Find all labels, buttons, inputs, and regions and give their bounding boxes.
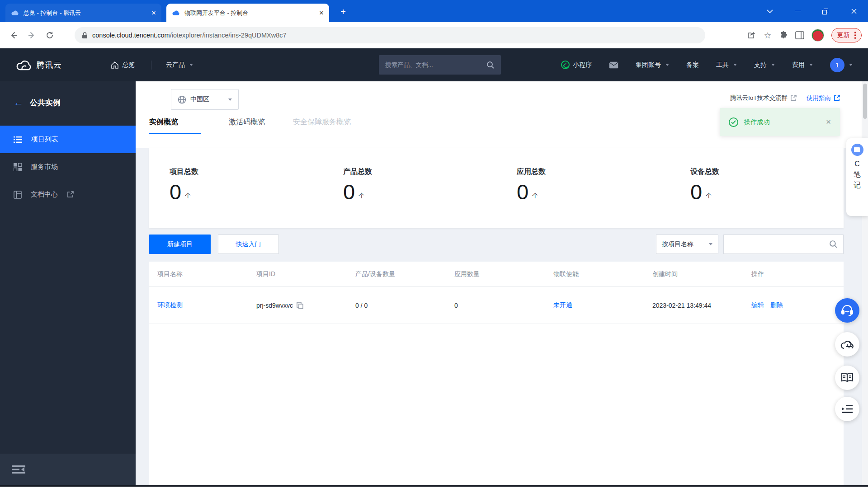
- nav-support[interactable]: 支持: [754, 61, 775, 69]
- feedback-list-button[interactable]: [835, 397, 859, 421]
- open-book-icon: [841, 373, 854, 383]
- filter-dropdown[interactable]: 按项目名称: [656, 235, 718, 254]
- back-icon[interactable]: [9, 31, 18, 40]
- tencent-cloud-logo[interactable]: 腾讯云: [16, 59, 62, 71]
- docs-book-button[interactable]: [835, 366, 859, 390]
- stat-value: 0: [343, 181, 355, 202]
- new-tab-button[interactable]: +: [337, 6, 349, 18]
- chevron-down-icon: [771, 64, 775, 66]
- sidebar-item-label: 项目列表: [31, 135, 58, 144]
- sidebar-footer: [0, 454, 136, 485]
- restore-button[interactable]: [812, 0, 840, 22]
- cnote-extension-widget[interactable]: C 笔 记: [846, 138, 868, 216]
- iot-enable-link[interactable]: 未开通: [553, 301, 572, 309]
- customer-service-button[interactable]: [835, 298, 859, 323]
- browser-menu-icon[interactable]: [854, 32, 856, 39]
- tab-close-icon[interactable]: ×: [151, 9, 156, 17]
- nav-search-input[interactable]: 搜索产品、文档...: [379, 55, 501, 75]
- nav-divider: [151, 61, 151, 70]
- nav-mini-program-label: 小程序: [573, 61, 592, 69]
- browser-menu-chevron-icon[interactable]: [756, 0, 784, 22]
- project-name-link[interactable]: 环境检测: [157, 301, 183, 309]
- browser-tab-overview[interactable]: 总览 - 控制台 - 腾讯云 ×: [5, 4, 161, 22]
- stat-label: 产品总数: [343, 167, 496, 177]
- url-field[interactable]: console.cloud.tencent.com/iotexplorer/in…: [75, 27, 705, 43]
- tab-title: 总览 - 控制台 - 腾讯云: [24, 9, 148, 17]
- region-selector[interactable]: 中国区: [171, 89, 239, 110]
- col-header-id: 项目ID: [248, 270, 347, 278]
- close-window-button[interactable]: [840, 0, 868, 22]
- toast-close-icon[interactable]: ×: [826, 117, 831, 127]
- sidebar-item-project-list[interactable]: 项目列表: [0, 126, 136, 153]
- nav-billing[interactable]: 费用: [792, 61, 813, 69]
- lock-icon: [82, 32, 88, 39]
- nav-beian[interactable]: 备案: [686, 61, 699, 69]
- cnote-char: 笔: [854, 170, 861, 178]
- filter-label: 按项目名称: [662, 240, 704, 249]
- col-header-created: 创建时间: [644, 270, 743, 278]
- sidebar-header: ← 公共实例: [0, 87, 136, 118]
- cnote-char: 记: [854, 181, 861, 189]
- collapse-sidebar-icon[interactable]: [12, 465, 25, 474]
- nav-mini-program[interactable]: 小程序: [561, 61, 592, 69]
- mini-program-icon: [561, 61, 570, 69]
- nav-group-account[interactable]: 集团账号: [636, 61, 669, 69]
- sidebar-panel-icon[interactable]: [795, 31, 804, 39]
- tab-activation-code-overview[interactable]: 激活码概览: [229, 117, 265, 134]
- search-icon[interactable]: [486, 61, 495, 69]
- browser-tab-iot-console[interactable]: 物联网开发平台 - 控制台 ×: [166, 4, 329, 22]
- device-count: 0 / 0: [347, 302, 446, 309]
- main-content: 中国区 腾讯云IoT技术交流群 使用指南 实例概览 激活码概览 安全保障服务概览: [136, 81, 868, 487]
- iot-community-label: 腾讯云IoT技术交流群: [730, 94, 788, 102]
- note-pen-icon: [851, 144, 863, 156]
- nav-beian-label: 备案: [686, 61, 699, 69]
- iot-community-link[interactable]: 腾讯云IoT技术交流群: [730, 94, 797, 102]
- sidebar-item-doc-center[interactable]: 文档中心: [0, 181, 136, 208]
- tab-close-icon[interactable]: ×: [319, 9, 324, 17]
- bookmark-star-icon[interactable]: ☆: [764, 30, 771, 41]
- region-label: 中国区: [190, 95, 223, 103]
- browser-profile-avatar[interactable]: [811, 29, 824, 42]
- new-project-button[interactable]: 新建项目: [149, 235, 211, 254]
- minimize-button[interactable]: [784, 0, 812, 22]
- scrollbar-thumb[interactable]: [863, 84, 867, 119]
- reload-icon[interactable]: [45, 31, 54, 40]
- nav-cloud-products[interactable]: 云产品: [166, 61, 193, 69]
- delete-link[interactable]: 删除: [770, 301, 783, 310]
- back-arrow-icon[interactable]: ←: [14, 98, 24, 108]
- tab-security-service-overview[interactable]: 安全保障服务概览: [293, 117, 351, 134]
- tab-instance-overview[interactable]: 实例概览: [149, 117, 201, 134]
- sidebar-item-label: 服务市场: [31, 163, 58, 171]
- table-header-row: 项目名称 项目ID 产品/设备数量 应用数量 物联使能 创建时间 操作: [149, 262, 844, 287]
- sidebar-item-service-market[interactable]: 服务市场: [0, 153, 136, 181]
- quick-start-button[interactable]: 快速入门: [218, 235, 279, 254]
- nav-billing-label: 费用: [792, 61, 805, 69]
- nav-overview[interactable]: 总览: [111, 61, 135, 69]
- forward-icon[interactable]: [27, 31, 36, 40]
- browser-actions: ☆ 更新: [747, 22, 868, 48]
- browser-tab-bar: 总览 - 控制台 - 腾讯云 × 物联网开发平台 - 控制台 × +: [0, 0, 868, 22]
- project-search: [723, 235, 844, 254]
- chevron-down-icon: [849, 64, 853, 66]
- project-search-input[interactable]: [729, 235, 829, 253]
- edit-link[interactable]: 编辑: [751, 301, 764, 310]
- url-host: console.cloud.tencent.com: [92, 32, 170, 39]
- browser-update-button[interactable]: 更新: [831, 28, 862, 42]
- search-icon[interactable]: [829, 240, 838, 249]
- account-avatar[interactable]: 1: [830, 58, 844, 72]
- stat-unit: 个: [532, 192, 538, 202]
- cnote-char: C: [854, 160, 860, 168]
- mail-icon[interactable]: [609, 61, 618, 69]
- extensions-puzzle-icon[interactable]: [779, 31, 788, 40]
- cloud-logo-icon: [16, 59, 32, 71]
- indent-list-icon: [842, 405, 853, 413]
- stat-products: 产品总数 0个: [323, 148, 496, 228]
- tab-title: 物联网开发平台 - 控制台: [184, 9, 316, 17]
- nav-account[interactable]: 1: [830, 58, 853, 72]
- share-icon[interactable]: [747, 31, 756, 40]
- nav-tools[interactable]: 工具: [716, 61, 737, 69]
- user-guide-link[interactable]: 使用指南: [807, 94, 840, 102]
- stat-applications: 应用总数 0个: [496, 148, 670, 228]
- copy-icon[interactable]: [297, 302, 303, 309]
- cloud-alert-button[interactable]: [835, 332, 859, 357]
